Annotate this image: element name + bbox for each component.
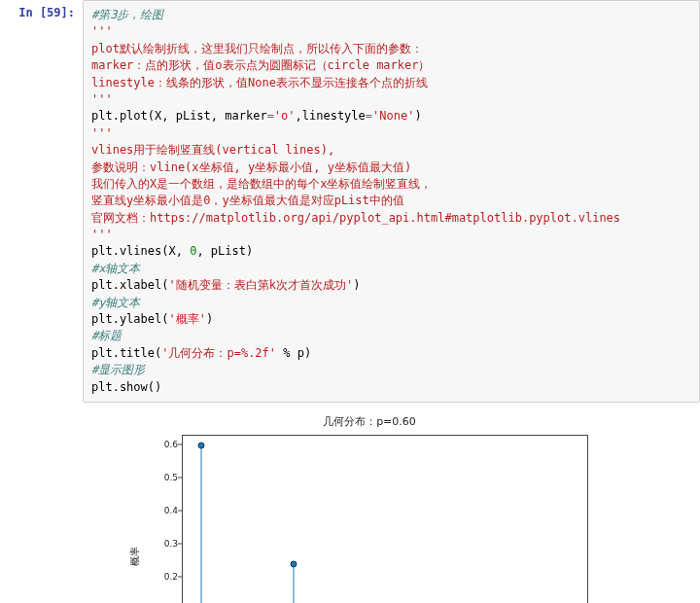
input-prompt: In [59]: (0, 0, 83, 403)
ytick-mark (178, 577, 182, 578)
output-prompt (0, 403, 83, 603)
output-area: 几何分布：p=0.60 概率 0.00.10.20.30.40.50.61.01… (83, 403, 700, 603)
stem-line (294, 562, 295, 603)
ytick-label: 0.3 (164, 539, 178, 549)
ytick-label: 0.4 (164, 506, 178, 515)
chart-title: 几何分布：p=0.60 (141, 414, 598, 429)
stem-marker (198, 443, 205, 449)
chart: 几何分布：p=0.60 概率 0.00.10.20.30.40.50.61.01… (141, 414, 598, 603)
chart-ylabel: 概率 (128, 547, 142, 566)
input-cell: In [59]: #第3步，绘图 ''' plot默认绘制折线，这里我们只绘制点… (0, 0, 700, 403)
ytick-label: 0.5 (164, 473, 178, 482)
ytick-label: 0.6 (164, 440, 178, 449)
ytick-mark (178, 511, 182, 512)
output-cell: 几何分布：p=0.60 概率 0.00.10.20.30.40.50.61.01… (0, 403, 700, 603)
chart-body: 概率 0.00.10.20.30.40.50.61.01.52.02.53.03… (141, 431, 598, 603)
plot-frame (182, 435, 588, 603)
stem-marker (291, 561, 298, 568)
ytick-mark (178, 478, 182, 479)
ytick-label: 0.2 (164, 572, 178, 582)
ytick-mark (178, 444, 182, 445)
stem-line (201, 443, 202, 603)
code-input-area[interactable]: #第3步，绘图 ''' plot默认绘制折线，这里我们只绘制点，所以传入下面的参… (83, 0, 700, 403)
ytick-mark (178, 544, 182, 545)
